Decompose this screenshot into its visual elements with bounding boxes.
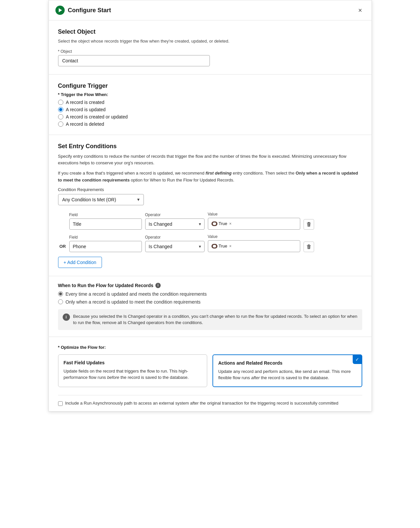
trigger-radio-created-updated-input[interactable] (58, 114, 63, 119)
condition-row-1-field-input[interactable] (69, 218, 142, 230)
set-entry-conditions-section: Set Entry Conditions Specify entry condi… (49, 135, 372, 276)
condition-row-2-value-tag: True × (211, 244, 232, 248)
condition-row-2-op-select[interactable]: Is Changed Equals (145, 241, 205, 252)
condition-row-2-value-icon-inner (213, 245, 216, 248)
condition-row-1-value-remove[interactable]: × (229, 221, 232, 226)
trigger-radio-created-input[interactable] (58, 100, 63, 105)
close-button[interactable]: × (356, 6, 365, 15)
condition-row-1-value-icon-inner (213, 222, 216, 225)
when-to-run-radios: Every time a record is updated and meets… (58, 291, 362, 305)
trigger-radio-deleted-label: A record is deleted (66, 121, 104, 127)
entry-desc-1: Specify entry conditions to reduce the n… (58, 153, 362, 167)
condition-row-2-field-label: Field (69, 235, 142, 240)
entry-desc-2-prefix: If you create a flow that's triggered wh… (58, 171, 206, 176)
object-input[interactable] (58, 55, 210, 66)
select-object-section: Select Object Select the object whose re… (49, 20, 372, 75)
condition-row-2-value-box[interactable]: True × (208, 240, 300, 252)
selected-checkmark: ✓ (353, 355, 362, 364)
condition-row-1-field-label: Field (69, 213, 142, 217)
when-run-option-2-input[interactable] (58, 299, 63, 304)
optimize-card-actions-desc: Update any record and perform actions, l… (218, 368, 356, 381)
condition-row-2: OR Field Operator Is Changed Equals ▼ (58, 234, 362, 252)
condition-row-2-op-wrapper: Is Changed Equals ▼ (145, 241, 205, 252)
optimize-card-fast-desc-italic: before (107, 375, 119, 380)
when-run-option-1-input[interactable] (58, 291, 63, 296)
svg-rect-1 (308, 222, 310, 223)
condition-row-1-value-text: True (219, 221, 227, 226)
svg-rect-3 (308, 245, 310, 245)
condition-row-1-value-col: Value True × (208, 212, 300, 230)
configure-trigger-title: Configure Trigger (58, 82, 362, 89)
async-checkbox[interactable] (58, 401, 63, 406)
optimize-card-actions[interactable]: ✓ Actions and Related Records Update any… (212, 354, 362, 387)
condition-row-2-or: OR (58, 244, 66, 252)
condition-row-2-delete[interactable] (304, 242, 314, 252)
object-field-label: * Object (58, 49, 362, 54)
when-to-run-section: When to Run the Flow for Updated Records… (49, 276, 372, 337)
when-run-option-2-label: Only when a record is updated to meet th… (66, 299, 201, 305)
select-object-desc: Select the object whose records trigger … (58, 38, 362, 45)
select-object-title: Select Object (58, 28, 362, 35)
optimize-card-actions-title: Actions and Related Records (218, 360, 356, 366)
info-box-icon: i (63, 314, 70, 321)
modal-header: Configure Start × (49, 0, 372, 20)
trigger-radio-created[interactable]: A record is created (58, 100, 362, 105)
modal-title: Configure Start (68, 7, 356, 14)
when-run-option-1[interactable]: Every time a record is updated and meets… (58, 291, 362, 297)
condition-row-1-field-col: Field (69, 213, 142, 230)
condition-row-2-value-remove[interactable]: × (229, 244, 232, 248)
condition-row-2-value-col: Value True × (208, 234, 300, 252)
entry-desc-2: If you create a flow that's triggered wh… (58, 170, 362, 184)
condition-row-2-field-input[interactable] (69, 241, 142, 252)
condition-row-1-op-label: Operator (145, 213, 205, 217)
configure-trigger-section: Configure Trigger * Trigger the Flow Whe… (49, 75, 372, 135)
when-run-option-2[interactable]: Only when a record is updated to meet th… (58, 299, 362, 305)
optimize-card-fast-title: Fast Field Updates (64, 360, 202, 365)
trigger-when-label: * Trigger the Flow When: (58, 92, 362, 97)
condition-req-select[interactable]: Any Condition Is Met (OR) All Conditions… (58, 194, 144, 205)
trigger-radio-deleted-input[interactable] (58, 121, 63, 127)
condition-row-1-value-tag: True × (211, 221, 232, 226)
condition-row-1-op-col: Operator Is Changed Equals ▼ (145, 213, 205, 230)
condition-row-1-op-select[interactable]: Is Changed Equals (145, 218, 205, 230)
svg-marker-0 (59, 8, 62, 12)
condition-row-2-value-text: True (219, 244, 227, 248)
trigger-radio-updated[interactable]: A record is updated (58, 107, 362, 112)
condition-row-1-or (58, 226, 66, 230)
play-icon (55, 6, 65, 15)
when-to-run-title: When to Run the Flow for Updated Records… (58, 283, 362, 288)
optimize-label: * Optimize the Flow for: (58, 345, 362, 350)
condition-req-wrapper: Any Condition Is Met (OR) All Conditions… (58, 194, 144, 205)
condition-row-2-value-icon (211, 244, 217, 248)
optimize-card-actions-desc-suffix: the record is saved to the database. (260, 375, 329, 380)
trigger-radio-updated-input[interactable] (58, 107, 63, 112)
when-to-run-info-box: i Because you selected the Is Changed op… (58, 309, 362, 330)
optimize-card-fast-desc-suffix: the record is saved to the database. (119, 375, 189, 380)
condition-row-1-value-box[interactable]: True × (208, 218, 300, 230)
condition-row-2-op-label: Operator (145, 235, 205, 240)
condition-row-1-op-wrapper: Is Changed Equals ▼ (145, 218, 205, 230)
when-to-run-info-icon[interactable]: i (155, 283, 161, 288)
optimize-cards: Fast Field Updates Update fields on the … (58, 354, 362, 387)
trigger-radio-created-updated-label: A record is created or updated (66, 114, 128, 119)
condition-row-1: Field Operator Is Changed Equals ▼ Value (58, 212, 362, 230)
async-checkbox-row: Include a Run Asynchronously path to acc… (49, 395, 372, 411)
condition-req-label: Condition Requirements (58, 187, 362, 192)
optimize-card-actions-desc-italic: after (251, 375, 260, 380)
trigger-radio-created-label: A record is created (66, 100, 105, 105)
trigger-radio-deleted[interactable]: A record is deleted (58, 121, 362, 127)
svg-rect-4 (307, 245, 311, 246)
optimize-card-fast[interactable]: Fast Field Updates Update fields on the … (58, 354, 207, 387)
add-condition-button[interactable]: + Add Condition (58, 257, 102, 268)
entry-desc-2-middle: entry conditions. Then select the (232, 171, 296, 176)
trigger-radio-created-updated[interactable]: A record is created or updated (58, 114, 362, 119)
trigger-radio-group: A record is created A record is updated … (58, 100, 362, 127)
condition-row-1-value-icon (211, 221, 217, 226)
entry-desc-2-suffix: option for When to Run the Flow for Upda… (130, 178, 234, 182)
async-checkbox-label: Include a Run Asynchronously path to acc… (65, 401, 339, 406)
condition-row-1-delete[interactable] (304, 219, 314, 230)
optimize-card-fast-desc: Update fields on the record that trigger… (64, 368, 202, 381)
condition-row-2-field-col: Field (69, 235, 142, 252)
condition-row-2-value-label: Value (208, 234, 300, 239)
optimize-section: * Optimize the Flow for: Fast Field Upda… (49, 337, 372, 395)
